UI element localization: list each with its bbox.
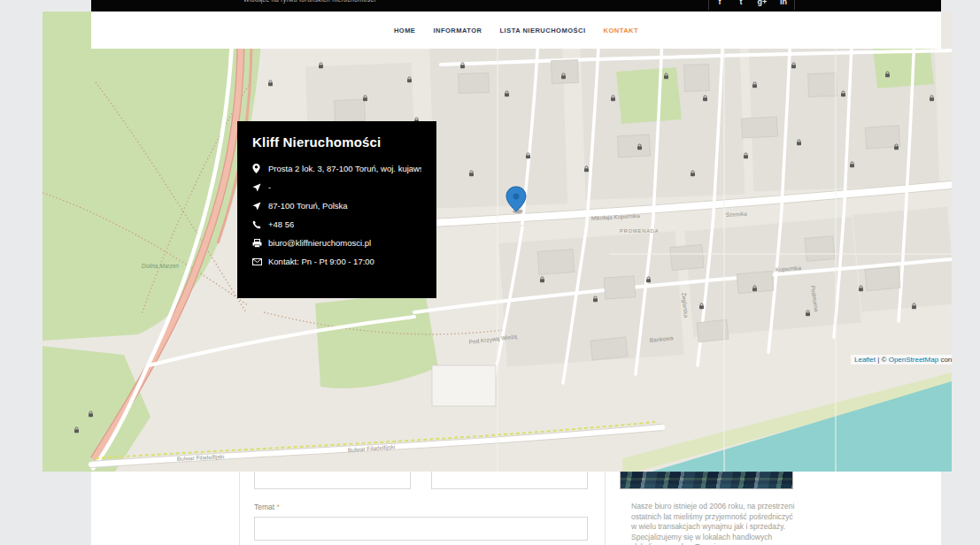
email-icon — [252, 258, 264, 265]
facebook-icon[interactable]: f — [709, 0, 730, 6]
info-row-city: 87-100 Toruń, Polska — [252, 201, 421, 211]
nav-item-home[interactable]: HOME — [394, 27, 416, 35]
map-tiles: Dolina Marzeń Mikołaja Kopernika PROMENA… — [42, 12, 952, 472]
social-links: f t g+ in — [708, 0, 795, 12]
column-divider — [239, 472, 240, 545]
nav-item-informator[interactable]: INFORMATOR — [433, 27, 482, 35]
topbar: Wiodące na rynku toruńskich nieruchomośc… — [91, 0, 941, 12]
info-row-hours: Kontakt: Pn - Pt 9:00 - 17:00 — [252, 257, 421, 266]
info-row-phone: +48 56 — [252, 219, 421, 229]
company-title: Kliff Nieruchomości — [252, 134, 421, 150]
bottom-content: Temat * Nasze biuro istnieje od 2006 rok… — [91, 472, 941, 545]
contact-info-box: Kliff Nieruchomości Prosta 2 lok. 3, 87-… — [237, 121, 436, 298]
region-text: - — [268, 182, 271, 192]
map-label: PROMENADA — [620, 228, 659, 234]
map-label: Szeroka — [726, 211, 748, 218]
attribution-sep: | © — [876, 356, 889, 364]
city-text: 87-100 Toruń, Polska — [268, 201, 348, 211]
nav-item-kontakt[interactable]: KONTAKT — [604, 27, 639, 35]
google-plus-icon[interactable]: g+ — [752, 0, 773, 6]
map-pin-icon — [252, 164, 264, 173]
navigation-icon — [252, 183, 264, 192]
linkedin-icon[interactable]: in — [773, 0, 794, 6]
hours-text: Kontakt: Pn - Pt 9:00 - 17:00 — [268, 257, 374, 266]
subject-input[interactable] — [254, 517, 588, 541]
site-header: HOME INFORMATOR LISTA NIERUCHOMOŚCI KONT… — [91, 12, 941, 49]
about-paragraph: Nasze biuro istnieje od 2006 roku, na pr… — [631, 502, 796, 545]
info-row-region: - — [252, 182, 421, 192]
phone-text: +48 56 — [268, 219, 294, 229]
map-label: Dolina Marzeń — [142, 263, 179, 269]
map[interactable]: Dolina Marzeń Mikołaja Kopernika PROMENA… — [42, 12, 952, 472]
map-attribution: Leaflet | © OpenStreetMap contributors — [851, 355, 952, 365]
required-asterisk: * — [277, 503, 280, 511]
phone-icon — [252, 220, 264, 229]
address-text: Prosta 2 lok. 3, 87-100 Toruń, woj. kuja… — [268, 164, 421, 173]
main-nav: HOME INFORMATOR LISTA NIERUCHOMOŚCI KONT… — [91, 12, 941, 49]
separator — [794, 0, 795, 10]
twitter-icon[interactable]: t — [730, 0, 752, 6]
fax-icon — [252, 239, 264, 248]
leaflet-link[interactable]: Leaflet — [854, 356, 876, 364]
attribution-suffix: contributors — [938, 356, 952, 364]
subject-label: Temat * — [254, 503, 280, 511]
email-text: biuro@kliffnieruchomosci.pl — [268, 238, 371, 248]
openstreetmap-link[interactable]: OpenStreetMap — [889, 356, 938, 364]
navigation-icon — [252, 202, 264, 211]
info-row-address: Prosta 2 lok. 3, 87-100 Toruń, woj. kuja… — [252, 164, 421, 173]
column-divider — [605, 472, 606, 545]
info-row-email: biuro@kliffnieruchomosci.pl — [252, 238, 421, 248]
nav-item-lista-nieruchomosci[interactable]: LISTA NIERUCHOMOŚCI — [500, 27, 586, 35]
page: Dolina Marzeń Mikołaja Kopernika PROMENA… — [0, 0, 980, 545]
site-tagline: Wiodące na rynku toruńskich nieruchomośc… — [243, 0, 375, 3]
